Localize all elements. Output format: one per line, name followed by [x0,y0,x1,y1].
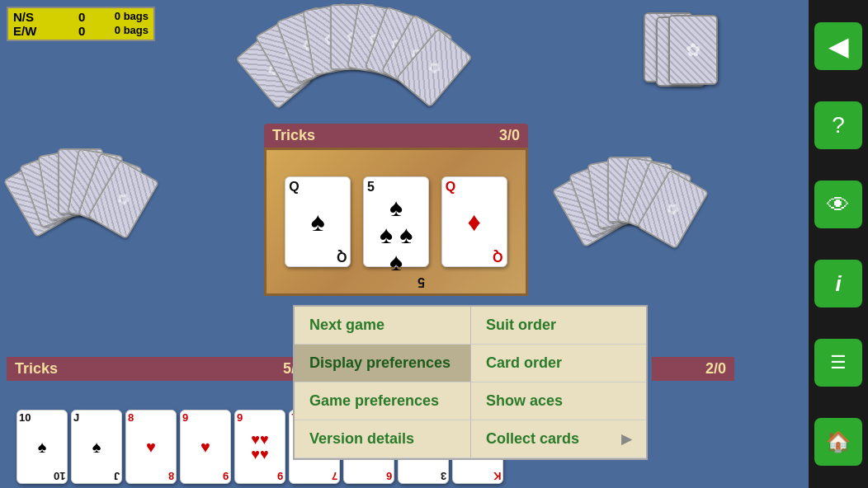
ns-label: N/S [13,10,40,24]
hamburger-icon: ☰ [830,354,847,372]
right-tricks-banner: 2/0 [652,357,734,381]
context-menu[interactable]: Next game Suit order Display preferences… [293,305,648,460]
sidebar: ◀ ? 👁 i ☰ 🏠 [809,0,868,488]
card-rank-top: 5 [367,181,375,194]
played-card-west[interactable]: Q ♠ Q [285,176,351,267]
home-icon: 🏠 [826,430,851,453]
south-card-4[interactable]: 9 ♥ 9 [180,410,231,484]
card-rank-bottom: Q [337,250,347,263]
ns-score: 0 [68,10,85,24]
north-hand: ✿ ✿ ✿ ✿ ✿ ✿ ✿ ✿ ✿ [264,4,446,103]
ew-score-row: E/W 0 0 bags [13,24,149,38]
menu-grid: Next game Suit order Display preferences… [295,307,646,458]
menu-next-game[interactable]: Next game [295,307,470,345]
scoreboard: N/S 0 0 bags E/W 0 0 bags [7,7,155,41]
menu-card-order[interactable]: Card order [470,345,646,382]
back-button[interactable]: ◀ [814,22,862,70]
south-card-5[interactable]: 9 ♥♥♥♥ 9 [234,410,285,484]
eye-icon: 👁 [827,191,850,218]
ew-score: 0 [68,24,85,38]
right-tricks-value: 2/0 [705,360,726,377]
east-card-3 [668,15,718,85]
menu-display-prefs[interactable]: Display preferences [295,345,470,382]
info-icon: i [835,271,841,297]
menu-game-prefs[interactable]: Game preferences [295,382,470,420]
bottom-tricks-banner: Tricks 5/1 [7,357,312,381]
center-play-area: Tricks 3/0 Q ♠ Q 5 ♠♠ ♠♠ 5 Q ♦ [264,124,528,321]
menu-version-details[interactable]: Version details [295,420,470,458]
menu-show-aces[interactable]: Show aces [470,382,646,420]
help-button[interactable]: ? [814,101,862,149]
info-button[interactable]: i [814,260,862,307]
ns-score-row: N/S 0 0 bags [13,10,149,24]
south-card-1[interactable]: 10 ♠ 10 [17,410,68,484]
south-card-2[interactable]: J ♠ J [71,410,122,484]
center-tricks-banner: Tricks 3/0 [264,124,528,148]
south-card-3[interactable]: 8 ♥ 8 [125,410,177,484]
collect-cards-arrow: ▶ [621,431,631,447]
card-table: Q ♠ Q 5 ♠♠ ♠♠ 5 Q ♦ Q [264,148,528,296]
east-hand [619,8,726,91]
card-rank-top: Q [446,181,455,194]
card-rank-top: Q [289,181,299,194]
played-card-north[interactable]: 5 ♠♠ ♠♠ 5 [363,176,429,267]
played-card-north-wrap: 5 ♠♠ ♠♠ 5 [363,176,429,267]
menu-button[interactable]: ☰ [814,339,862,387]
home-button[interactable]: 🏠 [814,418,862,466]
ew-label: E/W [13,24,40,38]
ns-bags: 0 bags [115,10,149,24]
menu-suit-order[interactable]: Suit order [470,307,646,345]
center-tricks-value: 3/0 [499,127,520,144]
game-area: N/S 0 0 bags E/W 0 0 bags ✿ ✿ ✿ ✿ ✿ ✿ ✿ … [0,0,809,488]
west-hand: ✿ ✿ ✿ ✿ ✿ ✿ ✿ [17,148,182,256]
menu-collect-cards[interactable]: Collect cards ▶ [470,420,646,458]
east-side-hand: ✿ ✿ ✿ ✿ ✿ ✿ ✿ [565,157,722,256]
eye-button[interactable]: 👁 [814,181,862,228]
bottom-tricks-label: Tricks [15,360,58,378]
ew-bags: 0 bags [115,24,149,38]
card-suit-center: ♠ [311,207,325,237]
card-rank-bottom: Q [493,250,502,263]
center-tricks-label: Tricks [272,127,315,144]
played-card-east[interactable]: Q ♦ Q [441,176,507,267]
card-suit-center: ♦ [467,207,480,237]
card-rank-bottom: 5 [417,275,425,289]
card-suit-center: ♠♠ ♠♠ [380,194,413,275]
